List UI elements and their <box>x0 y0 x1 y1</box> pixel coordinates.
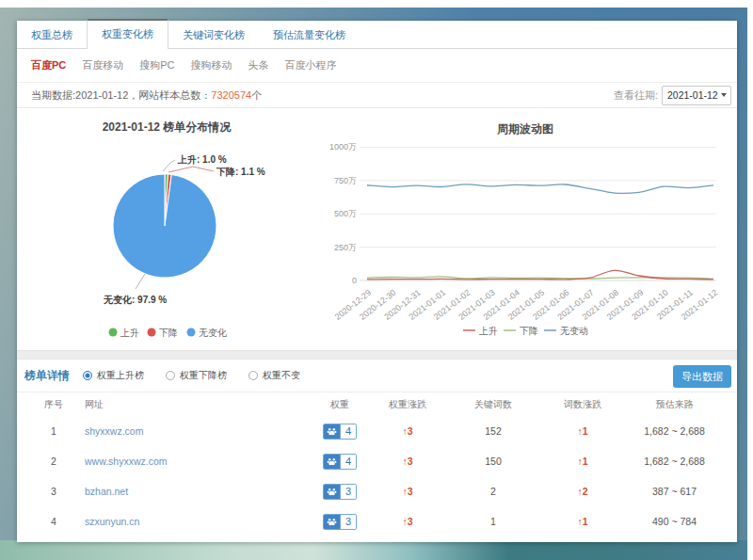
subnav-toutiao[interactable]: 头条 <box>248 58 269 72</box>
word-change-value: ↑1 <box>539 425 626 437</box>
legend-dot-down <box>148 328 156 337</box>
site-link: bzhan.net <box>76 486 312 497</box>
line-legend-down: 下降 <box>520 326 538 336</box>
radio-dot <box>83 371 92 380</box>
subnav-baidu-miniapp[interactable]: 百度小程序 <box>285 58 337 72</box>
svg-text:1000万: 1000万 <box>329 142 357 152</box>
pie-chart-title: 2021-01-12 榜单分布情况 <box>103 120 232 134</box>
subnav-baidu-mobile[interactable]: 百度移动 <box>82 58 123 72</box>
col-url: 网址 <box>76 398 312 411</box>
date-select[interactable]: 2021-01-12 <box>662 86 731 105</box>
current-data-text: 当期数据:2021-01-12，网站样本总数：7320574个 <box>31 88 262 103</box>
table-row: 3 bzhan.net 3 ↑3 2 ↑2 387 ~ 617 <box>17 476 737 506</box>
weight-badge: 4 <box>312 424 368 440</box>
row-index: 4 <box>31 516 76 527</box>
site-url[interactable]: szxunyun.cn <box>85 516 139 527</box>
table-row: 4 szxunyun.cn 3 ↑3 1 ↑1 490 ~ 784 <box>17 506 737 536</box>
word-change-value: ↑2 <box>539 486 626 497</box>
pie-leader-nochange <box>136 274 145 289</box>
dashboard-card: 权重总榜 权重变化榜 关键词变化榜 预估流量变化榜 百度PC 百度移动 搜狗PC… <box>17 21 737 542</box>
desktop-background-bottom <box>0 540 747 560</box>
pie-chart: 2021-01-12 榜单分布情况 上升: 1.0 % 下降: 1.1 % 无变… <box>31 108 332 348</box>
table-header: 序号 网址 权重 权重涨跌 关键词数 词数涨跌 预估来路 <box>17 392 737 416</box>
pie-slices <box>113 174 216 278</box>
col-index: 序号 <box>31 398 76 411</box>
site-url[interactable]: bzhan.net <box>85 486 128 497</box>
weight-value: 4 <box>340 455 356 469</box>
table-row: 2 www.shyxxwz.com 4 ↑3 150 ↑1 1,682 ~ 2,… <box>17 446 737 476</box>
col-weight-change: 权重涨跌 <box>368 398 447 411</box>
svg-text:750万: 750万 <box>334 176 357 185</box>
traffic-value: 387 ~ 617 <box>626 486 723 497</box>
word-change-value: ↑1 <box>539 456 626 467</box>
radio-dot <box>166 371 175 380</box>
weight-change-value: ↑3 <box>368 516 447 527</box>
charts-section: 2021-01-12 榜单分布情况 上升: 1.0 % 下降: 1.1 % 无变… <box>17 108 737 350</box>
subnav-sogou-mobile[interactable]: 搜狗移动 <box>191 58 232 72</box>
baidu-paw-icon <box>324 515 340 529</box>
weight-value: 4 <box>340 424 356 439</box>
col-word-change: 词数涨跌 <box>539 398 626 411</box>
site-url[interactable]: www.shyxxwz.com <box>85 456 168 467</box>
view-history-label: 查看往期: <box>614 88 658 103</box>
weight-badge: 3 <box>312 514 368 530</box>
legend-label-down: 下降 <box>159 328 178 338</box>
col-weight: 权重 <box>312 398 368 411</box>
svg-text:0: 0 <box>352 276 357 285</box>
svg-text:500万: 500万 <box>334 209 357 218</box>
line-series <box>367 184 713 280</box>
subnav-baidu-pc[interactable]: 百度PC <box>31 58 66 72</box>
row-index: 2 <box>31 456 76 467</box>
radio-dot <box>248 371 258 380</box>
legend-dot-nochange <box>187 328 196 337</box>
svg-text:250万: 250万 <box>334 243 357 252</box>
line-chart: 周期波动图 0250万500万750万1000万 2020-12-292020-… <box>328 108 737 348</box>
pie-callout-nochange: 无变化: 97.9 % <box>103 295 167 305</box>
site-link: www.shyxxwz.com <box>76 456 312 467</box>
weight-badge: 4 <box>312 454 368 470</box>
section-divider-band <box>17 350 737 360</box>
line-grid: 0250万500万750万1000万 <box>329 142 716 285</box>
word-change-value: ↑1 <box>539 516 626 527</box>
weight-value: 3 <box>340 515 356 529</box>
tab-keyword-change[interactable]: 关键词变化榜 <box>168 22 259 48</box>
chevron-down-icon <box>721 93 727 97</box>
weight-value: 3 <box>340 485 356 499</box>
row-index: 1 <box>31 425 76 437</box>
detail-header: 榜单详情 权重上升榜 权重下降榜 权重不变 导出数据 <box>17 360 737 392</box>
line-legend-up: 上升 <box>478 326 498 336</box>
tab-traffic-change[interactable]: 预估流量变化榜 <box>259 22 360 48</box>
main-tabs: 权重总榜 权重变化榜 关键词变化榜 预估流量变化榜 <box>17 21 737 49</box>
legend-label-nochange: 无变化 <box>199 328 227 338</box>
site-url[interactable]: shyxxwz.com <box>85 425 143 437</box>
weight-change-value: ↑3 <box>368 486 447 497</box>
row-index: 3 <box>31 486 76 497</box>
site-link: shyxxwz.com <box>76 425 312 437</box>
keywords-value: 150 <box>447 456 539 467</box>
baidu-paw-icon <box>324 485 340 499</box>
line-legend-nochange: 无变动 <box>560 326 588 336</box>
traffic-value: 1,682 ~ 2,688 <box>626 425 723 437</box>
radio-weight-same[interactable]: 权重不变 <box>248 369 300 382</box>
table-row: 1 shyxxwz.com 4 ↑3 152 ↑1 1,682 ~ 2,688 <box>17 416 737 446</box>
line-x-labels: 2020-12-292020-12-302020-12-312021-01-01… <box>333 288 719 322</box>
keywords-value: 2 <box>447 486 539 497</box>
tab-weight-change[interactable]: 权重变化榜 <box>87 19 168 49</box>
radio-weight-up[interactable]: 权重上升榜 <box>83 369 144 382</box>
pie-leader-up <box>163 160 175 171</box>
pie-leader-down <box>168 167 214 172</box>
tab-weight-total[interactable]: 权重总榜 <box>17 22 87 48</box>
weight-change-value: ↑3 <box>368 456 447 467</box>
engine-subnav: 百度PC 百度移动 搜狗PC 搜狗移动 头条 百度小程序 <box>17 49 737 83</box>
current-data-row: 当期数据:2021-01-12，网站样本总数：7320574个 查看往期: 20… <box>17 83 737 108</box>
baidu-paw-icon <box>324 455 340 469</box>
keywords-value: 152 <box>447 425 539 437</box>
subnav-sogou-pc[interactable]: 搜狗PC <box>139 58 174 72</box>
export-data-button[interactable]: 导出数据 <box>673 365 731 388</box>
detail-title: 榜单详情 <box>24 368 70 384</box>
legend-label-up: 上升 <box>120 328 139 338</box>
col-keywords: 关键词数 <box>447 398 539 411</box>
sample-count: 7320574 <box>211 89 251 101</box>
site-link: szxunyun.cn <box>76 516 312 527</box>
radio-weight-down[interactable]: 权重下降榜 <box>166 369 227 382</box>
